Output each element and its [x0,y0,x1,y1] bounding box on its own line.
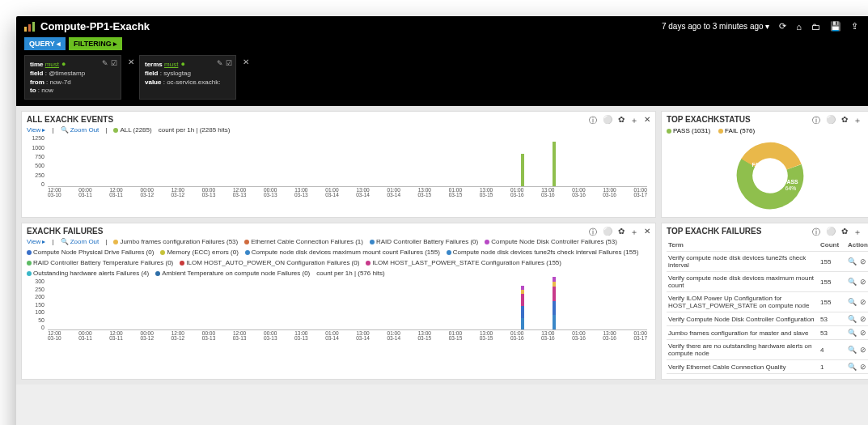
add-icon[interactable]: ＋ [853,227,862,238]
cell-term: Verify there are no outstanding hardware… [667,340,819,360]
cell-count: 53 [819,326,846,340]
edit-icon[interactable]: ✎ [102,58,108,68]
legend-item[interactable]: Memory (ECC) errors (0) [160,249,238,256]
cell-count: 155 [819,272,846,292]
search-icon[interactable]: 🔍 [848,257,857,266]
legend-item[interactable]: Ethernet Cable Connection Failures (1) [244,238,363,245]
legend-item[interactable]: Compute Node Disk Controller Failures (5… [485,238,617,245]
query-tab[interactable]: QUERY ◂ [24,37,66,50]
link-icon[interactable]: ⚪ [603,115,612,126]
link-icon[interactable]: ⚪ [603,227,612,238]
edit-icon[interactable]: ✎ [217,58,223,68]
svg-text:64%: 64% [785,185,797,191]
search-icon[interactable]: 🔍 [848,363,857,371]
filter-row: ✎☑ time must● field : @timestamp from : … [24,55,868,100]
add-icon[interactable]: ＋ [630,227,638,238]
exclude-icon[interactable]: ⊘ [860,346,866,354]
config-icon[interactable]: ✿ [841,227,848,238]
legend-item[interactable]: RAID Controller Battery Temperature Fail… [27,259,173,266]
close-icon[interactable]: ✕ [644,227,650,238]
chart-failures[interactable]: 300250200150100500 12:0003-1000:0003-111… [27,278,650,342]
view-link[interactable]: View ▸ [27,238,45,245]
config-icon[interactable]: ✿ [841,115,848,126]
folder-icon[interactable]: 🗀 [811,22,820,32]
svg-text:FAIL: FAIL [752,162,764,168]
legend-item[interactable]: ILOM HOST_LAST_POWER_STATE Configuration… [366,259,561,266]
legend-item[interactable]: PASS (1031) [667,127,710,134]
legend-item[interactable]: Jumbo frames configuration Failures (53) [113,238,238,245]
search-icon[interactable]: 🔍 [848,298,857,306]
col-term[interactable]: Term [667,239,819,252]
table-row: Verify compute node disk devices tune2fs… [667,252,868,272]
topbar-right: 7 days ago to 3 minutes ago ▾ ⟳ ⌂ 🗀 💾 ⇪ … [662,21,868,32]
panel-top-status: TOP EXACHKSTATUS ⓘ ⚪ ✿ ＋ ✕ PASS (1031)FA… [661,111,868,218]
panel-failures: EXACHK FAILURES ⓘ ⚪ ✿ ＋ ✕ View ▸ | 🔍 Zoo… [21,223,656,380]
legend-item[interactable]: Compute Node Physical Drive Failures (0) [27,249,154,256]
exclude-icon[interactable]: ⊘ [860,278,866,286]
search-icon[interactable]: 🔍 [848,329,857,337]
info-icon[interactable]: ⓘ [812,115,820,126]
panel-all-events: ALL EXACHK EVENTS ⓘ ⚪ ✿ ＋ ✕ View ▸ | 🔍 Z… [21,111,656,218]
add-icon[interactable]: ＋ [630,115,638,126]
cell-term: Verify ILOM Power Up Configuration for H… [667,292,819,312]
search-icon[interactable]: 🔍 [848,346,857,354]
cell-term: Verify compute node disk devices tune2fs… [667,252,819,272]
legend-item[interactable]: Compute node disk devices maximum mount … [245,249,440,256]
table-row: Verify compute node disk devices maximum… [667,272,868,292]
legend-item[interactable]: Ambient Temperature on compute node Fail… [155,270,310,277]
table-row: Verify ILOM Power Up Configuration for H… [667,292,868,312]
table-row: Verify Ethernet Cable Connection Quality… [667,360,868,374]
search-icon[interactable]: 🔍 [848,315,857,323]
exclude-icon[interactable]: ⊘ [860,315,866,323]
add-icon[interactable]: ＋ [853,115,862,126]
table-row: Verify there are no outstanding hardware… [667,340,868,360]
view-link[interactable]: View ▸ [27,126,45,134]
info-icon[interactable]: ⓘ [812,227,820,238]
svg-text:36%: 36% [754,168,765,174]
cell-term: Verify Compute Node Disk Controller Conf… [667,312,819,326]
exclude-icon[interactable]: ⊘ [860,298,866,306]
panel-title: ALL EXACHK EVENTS [27,115,650,124]
filter-terms[interactable]: ✎☑ terms must● field : syslogtag value :… [139,55,236,100]
legend-item[interactable]: RAID Controller Battery Failures (0) [370,238,478,245]
link-icon[interactable]: ⚪ [826,227,836,238]
zoom-out-link[interactable]: 🔍 Zoom Out [61,126,100,134]
logo-icon [24,22,36,32]
exclude-icon[interactable]: ⊘ [860,329,866,337]
info-icon[interactable]: ⓘ [589,227,597,238]
chart-donut-status[interactable]: PASS 64% FAIL 36% [667,139,868,212]
panel-top-failures: TOP EXACHK FAILURES ⓘ ⚪ ✿ ＋ ✕ Term Count… [661,223,868,380]
cell-term: Verify compute node disk devices maximum… [667,272,819,292]
chart-all-events[interactable]: 125010007505002500 12:0003-1000:0003-111… [27,135,650,198]
home-icon[interactable]: ⌂ [796,22,802,32]
close-icon[interactable]: ✕ [644,115,650,126]
cell-count: 4 [819,340,846,360]
cell-count: 53 [819,312,846,326]
config-icon[interactable]: ✿ [618,227,625,238]
panel-title: EXACHK FAILURES [27,227,650,236]
link-icon[interactable]: ⚪ [826,115,836,126]
refresh-icon[interactable]: ⟳ [779,21,786,32]
timerange-picker[interactable]: 7 days ago to 3 minutes ago ▾ [662,22,769,31]
search-icon[interactable]: 🔍 [848,278,857,286]
config-icon[interactable]: ✿ [618,115,625,126]
exclude-icon[interactable]: ⊘ [860,363,866,371]
toggle-icon[interactable]: ☑ [111,58,117,68]
exclude-icon[interactable]: ⊘ [860,257,866,266]
filtering-tab[interactable]: FILTERING ▸ [69,37,122,50]
remove-filter-icon[interactable]: ✕ [243,57,249,100]
toggle-icon[interactable]: ☑ [226,58,232,68]
legend-item[interactable]: Compute node disk devices tune2fs check … [447,249,638,256]
save-icon[interactable]: 💾 [830,21,841,32]
legend-item[interactable]: ILOM HOST_AUTO_POWER_ON Configuration Fa… [180,259,359,266]
share-icon[interactable]: ⇪ [851,21,858,32]
col-count[interactable]: Count [819,239,846,252]
legend-item[interactable]: FAIL (576) [718,127,755,134]
cell-term: Jumbo frames configuration for master an… [667,326,819,340]
table-row: Verify Compute Node Disk Controller Conf… [667,312,868,326]
filter-time[interactable]: ✎☑ time must● field : @timestamp from : … [24,55,121,100]
zoom-out-link[interactable]: 🔍 Zoom Out [61,238,100,245]
remove-filter-icon[interactable]: ✕ [128,57,134,100]
legend-item[interactable]: Outstanding hardware alerts Failures (4) [27,270,149,277]
info-icon[interactable]: ⓘ [589,115,597,126]
